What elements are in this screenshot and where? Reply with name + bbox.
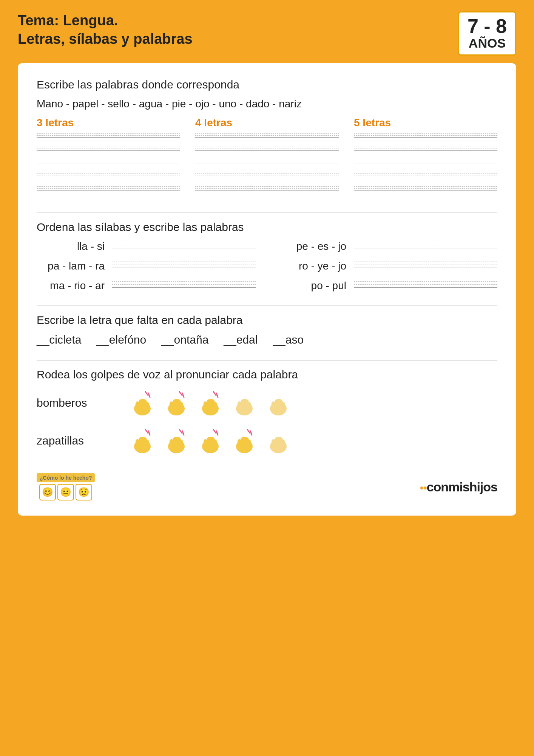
- svg-rect-29: [145, 440, 149, 448]
- answer-lines: [354, 262, 497, 271]
- col-4letras: 4 letras: [195, 117, 339, 199]
- col3-lines: [354, 133, 497, 199]
- face-row: 😊 😐 😟: [39, 484, 92, 500]
- svg-line-4: [145, 392, 148, 395]
- svg-line-37: [182, 431, 184, 435]
- clap-hand-icon: [127, 426, 157, 456]
- clap-word-bomberos: bomberos: [37, 397, 120, 409]
- answer-lines: [354, 242, 497, 251]
- svg-rect-3: [145, 402, 149, 410]
- svg-line-49: [250, 431, 252, 435]
- brand-name: conmishijos: [427, 480, 497, 494]
- syllable-label: ma - rio - ar: [37, 280, 105, 292]
- col2-lines: [195, 133, 339, 199]
- missing-word-3: __ontaña: [161, 333, 208, 346]
- header: Tema: Lengua. Letras, sílabas y palabras…: [18, 11, 516, 56]
- syllable-row-3l: ma - rio - ar: [37, 280, 256, 292]
- clap-icons-bomberos: [127, 388, 293, 418]
- section2-title: Ordena las sílabas y escribe las palabra…: [37, 221, 497, 234]
- svg-rect-24: [272, 401, 275, 410]
- svg-line-5: [148, 393, 150, 397]
- content-area: Escribe las palabras donde corresponda M…: [18, 63, 516, 516]
- line-set: [354, 186, 497, 194]
- line-set: [354, 160, 497, 167]
- line-set: [195, 173, 339, 180]
- section-missing: Escribe la letra que falta en cada palab…: [37, 314, 497, 346]
- clap-hand-icon: [195, 388, 225, 418]
- line-set: [195, 133, 339, 141]
- svg-rect-21: [247, 402, 251, 410]
- col-5letras: 5 letras: [354, 117, 497, 199]
- footer: ¿Cómo lo he hecho? 😊 😐 😟 ••conmishijos: [37, 469, 497, 500]
- syllable-row-2l: pa - lam - ra: [37, 260, 256, 272]
- header-line1: Tema: Lengua.: [18, 11, 193, 30]
- svg-line-42: [213, 429, 216, 433]
- answer-lines: [112, 242, 256, 251]
- svg-line-30: [145, 429, 148, 433]
- age-label: AÑOS: [468, 36, 507, 51]
- syllable-label: pe - es - jo: [278, 240, 346, 253]
- missing-word-5: __aso: [273, 333, 304, 346]
- section-words: Escribe las palabras donde corresponda M…: [37, 78, 497, 199]
- line-set: [37, 173, 180, 180]
- divider1: [37, 212, 497, 213]
- answer-lines: [112, 281, 256, 291]
- missing-word-2: __elefóno: [96, 333, 146, 346]
- svg-rect-9: [179, 402, 183, 410]
- svg-line-48: [247, 429, 250, 433]
- col-3letras: 3 letras: [37, 117, 180, 199]
- svg-line-10: [179, 392, 182, 395]
- columns-container: 3 letras 4 letras: [37, 117, 497, 199]
- svg-rect-46: [238, 439, 241, 448]
- clap-icons-zapatillas: [127, 426, 293, 456]
- divider2: [37, 305, 497, 306]
- svg-rect-8: [170, 401, 173, 410]
- clap-row-zapatillas: zapatillas: [37, 426, 497, 456]
- answer-lines: [112, 262, 256, 271]
- svg-rect-35: [179, 440, 183, 448]
- divider3: [37, 360, 497, 361]
- clap-section: bomberos: [37, 388, 497, 456]
- col3-title: 5 letras: [354, 117, 497, 129]
- syllable-row-1r: pe - es - jo: [278, 240, 497, 253]
- svg-rect-52: [272, 439, 275, 448]
- line-set: [37, 147, 180, 154]
- svg-rect-15: [213, 402, 217, 410]
- section-syllables: Ordena las sílabas y escribe las palabra…: [37, 221, 497, 292]
- clap-hand-icon: [161, 426, 191, 456]
- svg-rect-47: [247, 440, 251, 448]
- syllable-row-1l: lla - si: [37, 240, 256, 253]
- line-set: [354, 173, 497, 180]
- svg-line-31: [148, 431, 150, 435]
- section1-wordlist: Mano - papel - sello - agua - pie - ojo …: [37, 98, 497, 110]
- col2-title: 4 letras: [195, 117, 339, 129]
- col1-title: 3 letras: [37, 117, 180, 129]
- face-sad[interactable]: 😟: [76, 484, 92, 500]
- clap-hand-icon: [161, 388, 191, 418]
- syllable-row-3r: po - pul: [278, 280, 497, 292]
- clap-word-zapatillas: zapatillas: [37, 434, 120, 447]
- clap-hand-icon: [263, 388, 293, 418]
- svg-rect-28: [136, 439, 139, 448]
- age-badge: 7 - 8 AÑOS: [458, 11, 516, 56]
- section-clapping: Rodea los golpes de voz al pronunciar ca…: [37, 368, 497, 456]
- age-number: 7 - 8: [468, 16, 507, 36]
- svg-line-43: [216, 431, 218, 435]
- face-happy[interactable]: 😊: [39, 484, 56, 500]
- missing-letter-row: __cicleta __elefóno __ontaña __edal __as…: [37, 333, 497, 346]
- line-set: [195, 147, 339, 154]
- line-set: [195, 160, 339, 167]
- svg-line-17: [216, 393, 218, 397]
- syllable-label: po - pul: [278, 280, 346, 292]
- line-set: [37, 133, 180, 141]
- face-neutral[interactable]: 😐: [57, 484, 74, 500]
- page-wrapper: Tema: Lengua. Letras, sílabas y palabras…: [18, 11, 516, 516]
- section1-title: Escribe las palabras donde corresponda: [37, 78, 497, 91]
- svg-rect-2: [136, 401, 139, 410]
- svg-rect-40: [204, 439, 207, 448]
- svg-rect-53: [281, 440, 285, 448]
- syllable-label: ro - ye - jo: [278, 260, 346, 272]
- clap-hand-icon: [229, 388, 259, 418]
- answer-lines: [354, 281, 497, 291]
- brand-dots: ••: [420, 482, 427, 494]
